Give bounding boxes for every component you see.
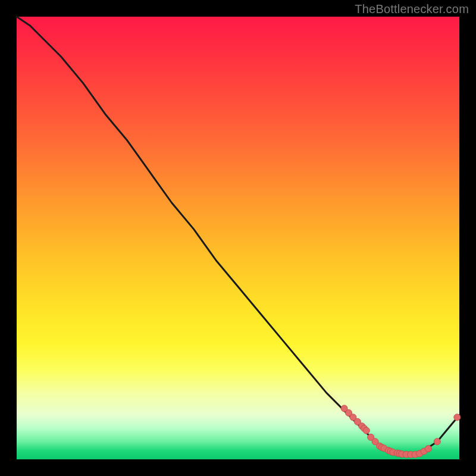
chart-svg xyxy=(17,17,459,459)
attribution-label: TheBottlenecker.com xyxy=(355,2,469,16)
bottleneck-curve xyxy=(17,17,459,455)
chart-frame: TheBottlenecker.com xyxy=(0,0,476,476)
highlight-point xyxy=(425,446,431,452)
highlight-point xyxy=(363,427,369,434)
highlight-point xyxy=(434,439,440,445)
highlight-point xyxy=(454,414,461,421)
highlight-points-group xyxy=(341,405,461,458)
gradient-plot-area xyxy=(17,17,459,459)
